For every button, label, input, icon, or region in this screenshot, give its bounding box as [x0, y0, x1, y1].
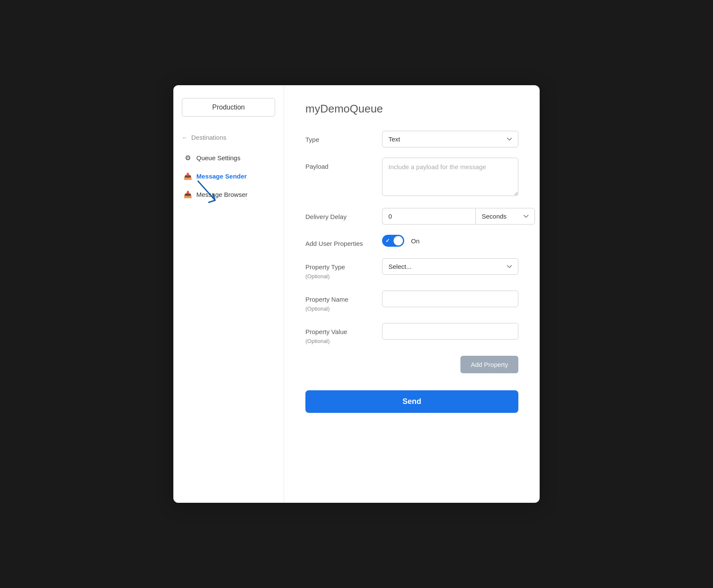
delivery-delay-control-wrapper: Seconds Minutes Hours	[382, 208, 535, 225]
user-properties-toggle[interactable]: ✓	[382, 235, 404, 247]
property-name-label: Property Name (Optional)	[305, 291, 374, 313]
add-user-properties-row: Add User Properties ✓ On	[305, 235, 518, 248]
message-sender-form: Type Text Bytes JSON Payload Delive	[305, 131, 518, 413]
property-value-input[interactable]	[382, 323, 518, 340]
toggle-row: ✓ On	[382, 235, 518, 247]
sidebar-item-message-browser[interactable]: 📥 Message Browser	[178, 186, 279, 203]
delivery-delay-row: Delivery Delay Seconds Minutes Hours	[305, 208, 518, 225]
sidebar-item-label-message-browser: Message Browser	[196, 191, 247, 198]
production-button[interactable]: Production	[182, 98, 275, 117]
sidebar-item-queue-settings[interactable]: ⚙ Queue Settings	[178, 150, 279, 166]
toggle-check-icon: ✓	[385, 238, 390, 244]
add-user-properties-label: Add User Properties	[305, 235, 374, 248]
toggle-control-wrapper: ✓ On	[382, 235, 518, 247]
property-value-label: Property Value (Optional)	[305, 323, 374, 345]
sidebar-item-label-queue-settings: Queue Settings	[196, 154, 240, 161]
property-name-control-wrapper	[382, 291, 518, 307]
payload-label: Payload	[305, 158, 374, 171]
toggle-slider: ✓	[382, 235, 404, 247]
type-row: Type Text Bytes JSON	[305, 131, 518, 147]
payload-control-wrapper	[382, 158, 518, 198]
message-sender-icon: 📤	[184, 172, 192, 180]
property-value-control-wrapper	[382, 323, 518, 340]
type-control-wrapper: Text Bytes JSON	[382, 131, 518, 147]
property-name-row: Property Name (Optional)	[305, 291, 518, 313]
delay-unit-select[interactable]: Seconds Minutes Hours	[475, 208, 535, 225]
payload-textarea[interactable]	[382, 158, 518, 196]
page-title: myDemoQueue	[305, 102, 518, 115]
destinations-label: Destinations	[191, 134, 227, 141]
message-browser-icon: 📥	[184, 190, 192, 199]
add-property-row: Add Property	[305, 356, 518, 373]
property-type-row: Property Type (Optional) Select... Strin…	[305, 258, 518, 280]
back-arrow-icon: ←	[182, 134, 188, 141]
delivery-delay-inputs: Seconds Minutes Hours	[382, 208, 535, 225]
main-content: myDemoQueue Type Text Bytes JSON Payload	[284, 85, 540, 503]
send-button[interactable]: Send	[305, 390, 518, 413]
sidebar-item-message-sender[interactable]: 📤 Message Sender	[178, 168, 279, 184]
add-property-button[interactable]: Add Property	[460, 356, 518, 373]
property-type-label: Property Type (Optional)	[305, 258, 374, 280]
property-value-row: Property Value (Optional)	[305, 323, 518, 345]
type-select[interactable]: Text Bytes JSON	[382, 131, 518, 147]
delivery-delay-label: Delivery Delay	[305, 208, 374, 221]
sidebar-item-label-message-sender: Message Sender	[196, 173, 247, 180]
toggle-state-label: On	[411, 237, 420, 245]
type-label: Type	[305, 131, 374, 144]
sidebar: Production ← Destinations ⚙ Queue Settin…	[173, 85, 284, 503]
property-type-select[interactable]: Select... String Integer Boolean	[382, 258, 518, 275]
destinations-link[interactable]: ← Destinations	[173, 130, 284, 150]
property-type-control-wrapper: Select... String Integer Boolean	[382, 258, 518, 275]
sidebar-nav: ⚙ Queue Settings 📤 Message Sender 📥 Mess…	[173, 150, 284, 203]
gear-icon: ⚙	[184, 154, 192, 162]
delivery-delay-input[interactable]	[382, 208, 475, 225]
property-name-input[interactable]	[382, 291, 518, 307]
payload-row: Payload	[305, 158, 518, 198]
